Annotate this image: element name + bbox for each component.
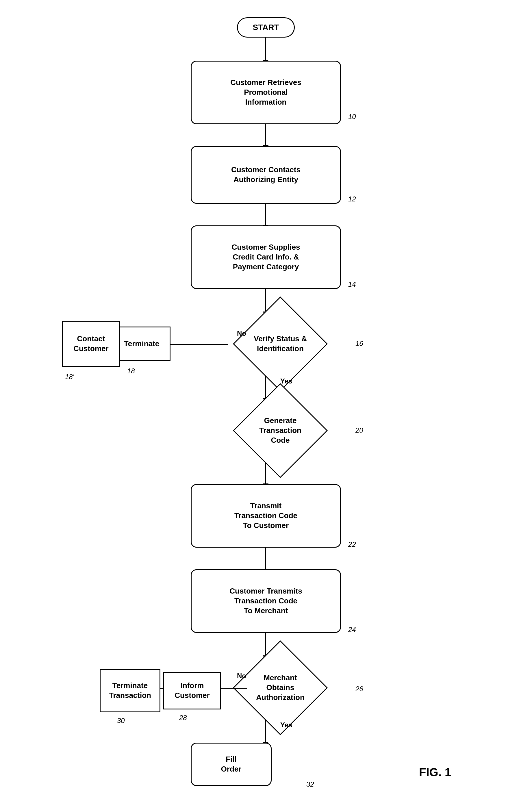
box-22: TransmitTransaction CodeTo Customer [191, 484, 341, 548]
no-label-2: No [237, 672, 246, 680]
no-label-1: No [237, 329, 246, 338]
box-14: Customer SuppliesCredit Card Info. &Paym… [191, 225, 341, 289]
box24-label: Customer TransmitsTransaction CodeTo Mer… [229, 586, 302, 615]
h-line-left-28 [160, 688, 163, 689]
arrow-22-to-24 [265, 548, 266, 569]
box-18p: Contact Customer [62, 321, 120, 367]
box-24: Customer TransmitsTransaction CodeTo Mer… [191, 569, 341, 633]
box-10: Customer Retrieves Promotional Informati… [191, 61, 341, 124]
start-label: START [252, 23, 279, 32]
ref-22: 22 [348, 540, 356, 549]
box14-label: Customer SuppliesCredit Card Info. &Paym… [232, 243, 300, 272]
diamond-16: Verify Status &Identification [208, 312, 353, 376]
arrow-16-to-20 [265, 376, 266, 399]
flowchart-diagram: START Customer Retrieves Promotional Inf… [0, 0, 532, 797]
figure-label: FIG. 1 [419, 766, 451, 779]
box18p-label: Contact Customer [73, 334, 108, 354]
box-32: Fill Order [191, 743, 272, 786]
diamond20-label: GenerateTransactionCode [259, 416, 301, 445]
ref-32: 32 [306, 780, 314, 788]
ref-12: 12 [348, 195, 356, 203]
diamond16-label: Verify Status &Identification [254, 334, 307, 354]
h-line-left-16 [171, 344, 228, 345]
box-12: Customer Contacts Authorizing Entity [191, 146, 341, 204]
ref-28: 28 [179, 714, 187, 722]
box-28: Inform Customer [163, 672, 221, 709]
ref-18: 18 [127, 367, 135, 375]
ref-16: 16 [356, 340, 363, 348]
arrow-26-to-32 [265, 720, 266, 743]
ref-10: 10 [348, 113, 356, 121]
box-30: Terminate Transaction [100, 669, 160, 712]
arrow-24-to-26 [265, 633, 266, 656]
h-line-left-26 [221, 688, 247, 689]
ref-26: 26 [356, 685, 363, 693]
box30-label: Terminate Transaction [109, 681, 151, 701]
start-node: START [237, 17, 295, 38]
yes-label-1: Yes [280, 377, 292, 385]
box32-label: Fill Order [221, 755, 242, 774]
ref-24: 24 [348, 626, 356, 634]
ref-14: 14 [348, 280, 356, 288]
arrow-12-to-14 [265, 204, 266, 225]
box10-label: Customer Retrieves Promotional Informati… [230, 78, 301, 107]
diamond26-label: MerchantObtainsAuthorization [256, 673, 305, 702]
yes-label-2: Yes [280, 721, 292, 729]
box12-label: Customer Contacts Authorizing Entity [231, 165, 301, 185]
ref-20: 20 [356, 426, 363, 434]
ref-30: 30 [117, 717, 125, 725]
box28-label: Inform Customer [174, 681, 209, 701]
arrow-10-to-12 [265, 124, 266, 146]
diamond-20: GenerateTransactionCode [208, 399, 353, 462]
arrow-14-to-16 [265, 289, 266, 312]
arrow-start-to-box10 [265, 38, 266, 61]
box22-label: TransmitTransaction CodeTo Customer [234, 501, 297, 530]
ref-18p: 18' [65, 373, 74, 381]
arrow-20-to-22 [265, 462, 266, 484]
box-18: Terminate [113, 326, 171, 361]
box18-label: Terminate [124, 339, 159, 349]
